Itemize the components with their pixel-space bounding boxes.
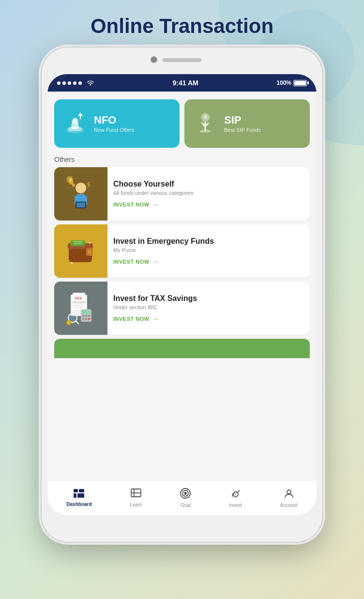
learn-icon	[131, 489, 141, 501]
others-section-label: Others	[47, 154, 317, 167]
tax-savings-thumb: TAX RETURN	[54, 282, 107, 335]
svg-text:₹: ₹	[74, 119, 76, 124]
nfo-card[interactable]: ₹ NFO New Fund Offers	[54, 99, 180, 148]
dashboard-svg	[74, 489, 84, 498]
nfo-text: NFO New Fund Offers	[94, 114, 134, 133]
tax-savings-icon: TAX RETURN	[64, 289, 98, 328]
nav-goal[interactable]: Goal	[180, 488, 191, 508]
svg-rect-14	[76, 203, 85, 207]
tax-savings-arrow-icon: →	[152, 315, 160, 323]
signal-dots	[57, 79, 94, 87]
svg-text:⚙: ⚙	[69, 177, 72, 182]
emergency-funds-item[interactable]: ✦ ✦ Invest in Emergency Funds My Purse I…	[54, 224, 310, 278]
dashboard-icon	[74, 489, 84, 500]
svg-text:₹: ₹	[204, 115, 207, 120]
svg-point-34	[85, 315, 87, 317]
sip-icon: ₹	[192, 110, 218, 137]
emergency-funds-cta[interactable]: INVEST NOW →	[113, 258, 214, 266]
choose-yourself-icon: ⚙ $	[64, 174, 98, 213]
svg-text:₹: ₹	[68, 322, 70, 325]
page-title: Online Transaction	[91, 15, 273, 38]
nav-goal-label: Goal	[181, 503, 191, 508]
speaker	[163, 58, 201, 62]
svg-line-41	[76, 321, 78, 324]
status-bar: 9:41 AM 100%	[47, 74, 317, 92]
svg-point-38	[88, 318, 90, 320]
svg-rect-32	[82, 310, 91, 314]
svg-text:$: $	[87, 181, 91, 188]
svg-point-8	[76, 183, 86, 193]
signal-dot-5	[78, 81, 82, 85]
nav-invest-label: Invest	[229, 503, 242, 508]
choose-yourself-thumb: ⚙ $	[54, 167, 107, 221]
svg-point-33	[82, 315, 84, 317]
nav-account[interactable]: Account	[280, 488, 298, 508]
svg-point-37	[85, 318, 87, 320]
emergency-funds-subtitle: My Purse	[113, 247, 214, 253]
sip-sublabel: Best SIP Funds	[224, 127, 261, 133]
tax-savings-info: Invest for TAX Savings Under section 80C…	[107, 282, 203, 335]
nav-account-label: Account	[280, 503, 298, 508]
invest-svg: ₹	[230, 488, 241, 499]
svg-point-40	[70, 315, 76, 321]
learn-svg	[131, 489, 141, 498]
svg-point-19	[88, 250, 91, 254]
nav-dashboard[interactable]: Dashboard	[66, 489, 91, 507]
nav-learn[interactable]: Learn	[130, 489, 142, 507]
svg-point-53	[184, 492, 186, 494]
account-icon	[284, 488, 294, 501]
nav-invest[interactable]: ₹ Invest	[229, 488, 242, 508]
emergency-funds-icon: ✦ ✦	[64, 232, 98, 270]
nav-learn-label: Learn	[130, 502, 142, 507]
tax-savings-title: Invest for TAX Savings	[113, 294, 197, 303]
top-cards-section: ₹ NFO New Fund Offers	[47, 92, 317, 154]
choose-yourself-arrow-icon: →	[152, 201, 160, 208]
screen-content: ₹ NFO New Fund Offers	[47, 92, 317, 515]
front-camera	[151, 56, 157, 63]
svg-text:✦: ✦	[88, 241, 91, 245]
svg-text:₹: ₹	[235, 493, 237, 496]
svg-point-7	[199, 130, 211, 133]
svg-rect-46	[74, 493, 76, 498]
account-svg	[284, 488, 294, 499]
nfo-icon-wrap: ₹	[62, 110, 88, 137]
choose-yourself-info: Choose Yourself All funds under various …	[107, 167, 199, 221]
nfo-icon: ₹	[62, 110, 88, 137]
emergency-funds-thumb: ✦ ✦	[54, 224, 107, 278]
emergency-funds-title: Invest in Emergency Funds	[113, 237, 214, 246]
svg-text:✦: ✦	[70, 260, 74, 266]
tax-savings-item[interactable]: TAX RETURN	[54, 282, 310, 335]
battery-indicator: 100%	[276, 79, 307, 86]
choose-yourself-title: Choose Yourself	[113, 180, 194, 189]
invest-list: ⚙ $ Choose Yourself All funds under vari…	[47, 167, 317, 339]
emergency-funds-arrow-icon: →	[152, 258, 160, 266]
status-time: 9:41 AM	[173, 79, 198, 87]
sip-text: SIP Best SIP Funds	[224, 114, 261, 133]
nfo-sublabel: New Fund Offers	[94, 127, 134, 133]
sip-card[interactable]: ₹ SIP Best SIP Funds	[184, 99, 310, 148]
nfo-label: NFO	[94, 114, 134, 126]
choose-yourself-cta-label: INVEST NOW	[113, 202, 150, 207]
phone-screen: 9:41 AM 100%	[47, 74, 317, 515]
emergency-funds-cta-label: INVEST NOW	[113, 259, 150, 265]
svg-text:TAX: TAX	[75, 296, 82, 300]
choose-yourself-subtitle: All funds under various categories	[113, 190, 194, 196]
nav-dashboard-label: Dashboard	[66, 502, 91, 507]
svg-point-35	[88, 315, 90, 317]
signal-dot-2	[62, 81, 66, 85]
sip-icon-wrap: ₹	[192, 110, 218, 137]
battery-percentage: 100%	[276, 79, 291, 86]
svg-rect-20	[71, 240, 85, 246]
svg-rect-47	[77, 493, 84, 498]
phone-frame: 9:41 AM 100%	[42, 47, 322, 542]
goal-svg	[180, 488, 191, 499]
choose-yourself-item[interactable]: ⚙ $ Choose Yourself All funds under vari…	[54, 167, 310, 221]
choose-yourself-cta[interactable]: INVEST NOW →	[113, 201, 194, 208]
tax-savings-cta[interactable]: INVEST NOW →	[113, 315, 197, 323]
battery-bar	[293, 80, 307, 86]
partial-card	[54, 339, 310, 358]
goal-icon	[180, 488, 191, 501]
wifi-icon	[87, 79, 94, 87]
svg-point-56	[287, 490, 291, 494]
sip-label: SIP	[224, 114, 261, 126]
